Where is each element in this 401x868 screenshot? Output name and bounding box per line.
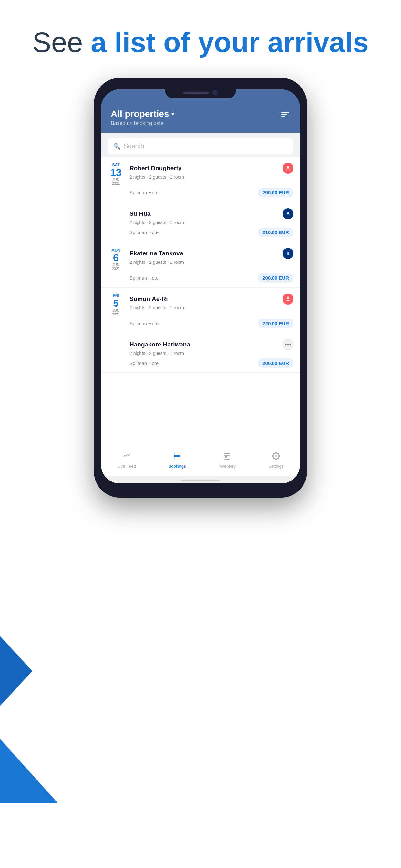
chevron-down-icon[interactable]: ▾: [172, 111, 174, 118]
spacer: [101, 410, 300, 446]
app-header-left: All properties ▾ Based on booking date: [111, 109, 174, 126]
inventory-icon: [223, 452, 231, 462]
booking-info-4: Somun Ae-Ri 2 nights · 2 guests · 1 room: [129, 293, 294, 310]
home-bar: [181, 479, 220, 482]
source-booking-icon-3: B: [282, 248, 294, 259]
notch-bar: [183, 92, 209, 94]
svg-point-2: [289, 344, 291, 345]
booking-item-2[interactable]: Su Hua B 2 nights · 2 guests · 1 room: [101, 203, 300, 225]
booking-icon-letter-3: B: [286, 251, 289, 256]
source-airbnb-icon-4: [282, 293, 294, 305]
booking-icon-letter: B: [286, 211, 289, 216]
booking-bottom-3: Spilman Hotel 200.00 EUR: [101, 271, 300, 287]
airbnb-svg: [285, 165, 291, 171]
date-year-3: 2021: [107, 267, 124, 271]
app-subtitle: Based on booking date: [111, 120, 174, 126]
nav-item-live-feed[interactable]: Live Feed: [118, 452, 136, 469]
header-plain: See: [32, 26, 91, 58]
nav-label-settings: Settings: [268, 464, 283, 469]
date-year: 2021: [107, 182, 124, 185]
price-badge: 200.00 EUR: [258, 188, 294, 197]
booking-name-row-3: Ekaterina Tankova B: [129, 248, 294, 259]
booking-bottom-4: Spilman Hotel 220.00 EUR: [101, 316, 300, 333]
booking-name-2: Su Hua: [129, 210, 150, 217]
booking-name-row: Robert Dougherty: [129, 163, 294, 174]
search-bar[interactable]: 🔍 Search: [107, 138, 294, 154]
phone-notch: [165, 87, 236, 98]
booking-name-row-4: Somun Ae-Ri: [129, 293, 294, 305]
filter-button[interactable]: [280, 111, 290, 118]
deco-bottom-left: [0, 739, 58, 803]
bookings-icon: [174, 452, 181, 462]
app-title-row: All properties ▾: [111, 109, 174, 119]
booking-details-5: 2 nights · 2 guests · 1 room: [129, 351, 294, 356]
nav-item-settings[interactable]: Settings: [268, 452, 283, 469]
filter-icon-line3: [281, 116, 285, 117]
nav-item-bookings[interactable]: Bookings: [168, 452, 186, 469]
svg-rect-11: [225, 457, 227, 458]
booking-item-4[interactable]: FRI 5 JUN 2021 Somun Ae-Ri: [101, 288, 300, 316]
hotel-name-5: Spilman Hotel: [129, 361, 159, 366]
date-year-4: 2021: [107, 312, 124, 316]
booking-details: 2 nights · 2 guests · 1 room: [129, 175, 294, 180]
booking-info-3: Ekaterina Tankova B 2 nights · 2 guests …: [129, 248, 294, 265]
app-title: All properties: [111, 109, 169, 119]
hotel-name-4: Spilman Hotel: [129, 321, 159, 326]
date-day-num: 13: [107, 167, 124, 178]
hotel-name-2: Spilman Hotel: [129, 229, 159, 235]
booking-date-4: FRI 5 JUN 2021: [107, 293, 124, 316]
date-month-3: JUN: [107, 263, 124, 267]
booking-item-1[interactable]: SAT 13 JUN 2021 Robert Dougherty: [101, 157, 300, 185]
search-container: 🔍 Search: [101, 133, 300, 157]
price-badge-4: 220.00 EUR: [258, 319, 294, 328]
booking-details-3: 2 nights · 2 guests · 1 room: [129, 259, 294, 265]
booking-bottom-1: Spilman Hotel 200.00 EUR: [101, 185, 300, 202]
hotel-name-3: Spilman Hotel: [129, 275, 159, 281]
date-day-num-4: 5: [107, 298, 124, 308]
page-header: See a list of your arrivals: [6, 26, 395, 58]
phone-screen: All properties ▾ Based on booking date 🔍…: [101, 89, 300, 484]
price-badge-2: 210.00 EUR: [258, 228, 294, 237]
header-highlight: a list of your arrivals: [91, 26, 369, 58]
price-badge-3: 200.00 EUR: [258, 273, 294, 283]
search-input[interactable]: Search: [124, 143, 144, 150]
booking-group-2: Su Hua B 2 nights · 2 guests · 1 room Sp…: [101, 203, 300, 242]
booking-item-3[interactable]: MON 6 JUN 2021 Ekaterina Tankova B 2 nig…: [101, 242, 300, 271]
booking-bottom-5: Spilman Hotel 200.00 EUR: [101, 356, 300, 373]
source-airbnb-icon: [282, 163, 294, 174]
booking-details-2: 2 nights · 2 guests · 1 room: [129, 220, 294, 225]
booking-info-2: Su Hua B 2 nights · 2 guests · 1 room: [129, 208, 294, 225]
airbnb-svg-4: [285, 296, 291, 302]
search-icon: 🔍: [113, 143, 120, 150]
booking-name-4: Somun Ae-Ri: [129, 296, 168, 303]
booking-info-1: Robert Dougherty 2 nights · 2 guests · 1…: [129, 163, 294, 180]
date-month-4: JUN: [107, 308, 124, 312]
booking-group-3: MON 6 JUN 2021 Ekaterina Tankova B 2 nig…: [101, 242, 300, 288]
svg-point-1: [285, 344, 287, 345]
booking-group-5: Hangakore Hariwana 2 nights · 2 guests ·…: [101, 333, 300, 373]
price-badge-5: 200.00 EUR: [258, 359, 294, 368]
nav-label-live-feed: Live Feed: [118, 464, 136, 469]
source-booking-icon: B: [282, 208, 294, 219]
bottom-nav: Live Feed Bookings: [101, 446, 300, 476]
booking-item-5[interactable]: Hangakore Hariwana 2 nights · 2 guests ·…: [101, 333, 300, 356]
filter-icon-line2: [281, 114, 287, 115]
booking-bottom-2: Spilman Hotel 210.00 EUR: [101, 225, 300, 242]
nav-label-bookings: Bookings: [168, 464, 186, 469]
source-other-icon-5: [282, 339, 294, 350]
booking-date-3: MON 6 JUN 2021: [107, 248, 124, 271]
booking-group-4: FRI 5 JUN 2021 Somun Ae-Ri: [101, 288, 300, 333]
hotel-name: Spilman Hotel: [129, 190, 159, 195]
home-indicator: [101, 476, 300, 484]
svg-point-0: [287, 344, 289, 345]
filter-icon-line1: [281, 112, 289, 113]
live-feed-icon: [123, 452, 130, 462]
settings-icon: [272, 452, 280, 462]
booking-name-row-5: Hangakore Hariwana: [129, 339, 294, 350]
nav-item-inventory[interactable]: Inventory: [219, 452, 236, 469]
booking-date-1: SAT 13 JUN 2021: [107, 163, 124, 185]
svg-point-12: [275, 455, 277, 457]
booking-name: Robert Dougherty: [129, 165, 182, 172]
date-day-num-3: 6: [107, 252, 124, 263]
notch-camera: [212, 90, 218, 95]
